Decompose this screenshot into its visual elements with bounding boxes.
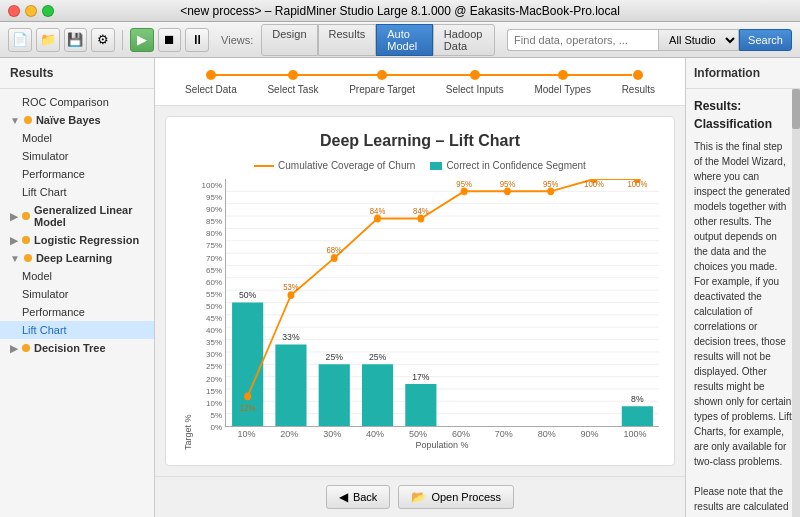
x-tick-100: 100% (623, 429, 646, 439)
sidebar-item-naive-model[interactable]: Model (0, 129, 154, 147)
svg-text:25%: 25% (369, 351, 386, 362)
open-process-button[interactable]: 📂 Open Process (398, 485, 514, 509)
dt-arrow: ▶ (10, 343, 18, 354)
x-tick-70: 70% (495, 429, 513, 439)
main-layout: Results ROC Comparison ▼ Naïve Bayes Mod… (0, 58, 800, 517)
x-tick-60: 60% (452, 429, 470, 439)
sidebar-item-naive-lift[interactable]: Lift Chart (0, 183, 154, 201)
scrollbar-track[interactable] (792, 89, 800, 517)
step-dot-3 (377, 70, 387, 80)
naive-dot (24, 116, 32, 124)
step-dot-4 (470, 70, 480, 80)
sidebar-group-naive[interactable]: ▼ Naïve Bayes (0, 111, 154, 129)
step-prepare-target[interactable]: Prepare Target (349, 70, 415, 95)
svg-text:68%: 68% (326, 245, 342, 256)
scrollbar-thumb[interactable] (792, 89, 800, 129)
tab-automodel[interactable]: Auto Model (376, 24, 433, 56)
settings-button[interactable]: ⚙ (91, 28, 115, 52)
legend-bar-item: Correct in Confidence Segment (430, 160, 586, 171)
tab-results[interactable]: Results (318, 24, 377, 56)
svg-text:12%: 12% (240, 403, 256, 414)
sidebar-item-deep-lift[interactable]: Lift Chart (0, 321, 154, 339)
open-button[interactable]: 📁 (36, 28, 60, 52)
save-button[interactable]: 📄 (8, 28, 32, 52)
sidebar-group-deep[interactable]: ▼ Deep Learning (0, 249, 154, 267)
back-label: Back (353, 491, 377, 503)
separator (122, 30, 123, 50)
stop-button[interactable]: ⏹ (158, 28, 182, 52)
legend-bar-label: Correct in Confidence Segment (446, 160, 586, 171)
run-button[interactable]: ▶ (130, 28, 154, 52)
roc-label: ROC Comparison (22, 96, 109, 108)
step-results[interactable]: Results (622, 70, 655, 95)
step-label-4: Select Inputs (446, 84, 504, 95)
deep-dot (24, 254, 32, 262)
sidebar-group-dt[interactable]: ▶ Decision Tree (0, 339, 154, 357)
bottom-nav: ◀ Back 📂 Open Process (155, 476, 685, 517)
svg-text:50%: 50% (239, 289, 256, 300)
x-tick-80: 80% (538, 429, 556, 439)
svg-point-35 (417, 215, 424, 223)
svg-rect-21 (275, 344, 306, 426)
step-dot-6 (633, 70, 643, 80)
pause-button[interactable]: ⏸ (185, 28, 209, 52)
search-area: All Studio Search (507, 29, 792, 51)
search-input[interactable] (507, 29, 658, 51)
sidebar-item-naive-sim[interactable]: Simulator (0, 147, 154, 165)
svg-point-34 (374, 215, 381, 223)
deep-label: Deep Learning (36, 252, 112, 264)
svg-text:25%: 25% (326, 351, 343, 362)
tab-design[interactable]: Design (261, 24, 317, 56)
sidebar-item-roc[interactable]: ROC Comparison (0, 93, 154, 111)
sidebar-group-logistic[interactable]: ▶ Logistic Regression (0, 231, 154, 249)
dt-dot (22, 344, 30, 352)
wizard-steps: Select Data Select Task Prepare Target (155, 58, 685, 106)
content-area: Select Data Select Task Prepare Target (155, 58, 685, 517)
sidebar-item-naive-perf[interactable]: Performance (0, 165, 154, 183)
back-button[interactable]: ◀ Back (326, 485, 390, 509)
close-button[interactable] (8, 5, 20, 17)
step-select-task[interactable]: Select Task (267, 70, 318, 95)
chart-legend: Cumulative Coverage of Churn Correct in … (181, 160, 659, 171)
svg-text:100%: 100% (584, 179, 604, 189)
dt-label: Decision Tree (34, 342, 106, 354)
sidebar-item-deep-perf[interactable]: Performance (0, 303, 154, 321)
step-model-types[interactable]: Model Types (534, 70, 591, 95)
sidebar-group-glm[interactable]: ▶ Generalized Linear Model (0, 201, 154, 231)
naive-label: Naïve Bayes (36, 114, 101, 126)
svg-text:95%: 95% (543, 179, 559, 189)
glm-dot (22, 212, 30, 220)
sidebar-item-deep-sim[interactable]: Simulator (0, 285, 154, 303)
step-dot-1 (206, 70, 216, 80)
step-label-6: Results (622, 84, 655, 95)
right-panel-content: Results: Classification This is the fina… (686, 89, 800, 517)
x-tick-40: 40% (366, 429, 384, 439)
save-file-button[interactable]: 💾 (64, 28, 88, 52)
legend-line-item: Cumulative Coverage of Churn (254, 160, 415, 171)
maximize-button[interactable] (42, 5, 54, 17)
sidebar-item-deep-model[interactable]: Model (0, 267, 154, 285)
svg-rect-27 (405, 384, 436, 426)
x-axis: 10% 20% 30% 40% 50% 60% 70% 80% 90% 100% (225, 427, 659, 439)
sidebar-header: Results (0, 58, 154, 89)
step-select-inputs[interactable]: Select Inputs (446, 70, 504, 95)
svg-rect-23 (319, 364, 350, 426)
sidebar-content: ROC Comparison ▼ Naïve Bayes Model Simul… (0, 89, 154, 517)
step-label-2: Select Task (267, 84, 318, 95)
left-sidebar: Results ROC Comparison ▼ Naïve Bayes Mod… (0, 58, 155, 517)
x-tick-20: 20% (280, 429, 298, 439)
naive-arrow: ▼ (10, 115, 20, 126)
step-select-data[interactable]: Select Data (185, 70, 237, 95)
titlebar-title: <new process> – RapidMiner Studio Large … (180, 4, 620, 18)
svg-point-32 (287, 291, 294, 299)
step-label-1: Select Data (185, 84, 237, 95)
x-axis-label: Population % (225, 440, 659, 450)
svg-rect-29 (622, 406, 653, 426)
chart-inner: Target % 100% 95% 90% 85% 80% 75% 70% 65… (181, 179, 659, 450)
search-scope-select[interactable]: All Studio (658, 29, 739, 51)
tab-hadoop[interactable]: Hadoop Data (433, 24, 495, 56)
search-button[interactable]: Search (739, 29, 792, 51)
minimize-button[interactable] (25, 5, 37, 17)
x-tick-10: 10% (237, 429, 255, 439)
glm-arrow: ▶ (10, 211, 18, 222)
